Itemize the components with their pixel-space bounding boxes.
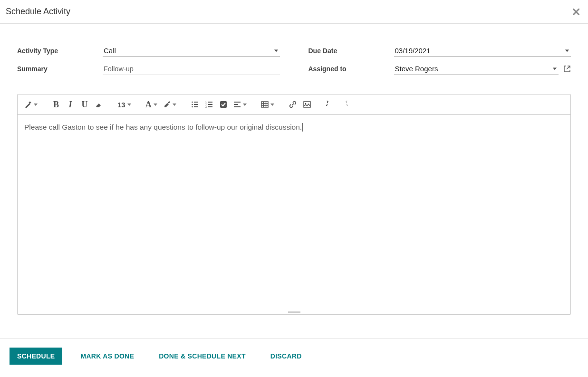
svg-rect-12 [220, 101, 227, 108]
svg-rect-1 [194, 102, 198, 103]
svg-rect-15 [234, 106, 241, 107]
svg-text:3: 3 [205, 105, 207, 108]
magic-wand-button[interactable] [21, 97, 40, 112]
unordered-list-icon [191, 101, 199, 108]
modal-footer: SCHEDULE MARK AS DONE DONE & SCHEDULE NE… [0, 339, 588, 373]
svg-rect-3 [194, 104, 198, 105]
assigned-to-label: Assigned to [308, 65, 394, 73]
text-cursor [302, 123, 303, 132]
font-color-button[interactable]: A [143, 97, 160, 112]
resize-grip-icon [288, 311, 300, 313]
align-icon [233, 101, 241, 108]
discard-button[interactable]: DISCARD [264, 348, 308, 365]
svg-point-4 [192, 106, 193, 108]
svg-rect-5 [194, 106, 198, 107]
svg-rect-14 [234, 104, 238, 105]
image-icon [303, 101, 311, 108]
chevron-down-icon [34, 104, 38, 106]
table-button[interactable] [258, 97, 277, 112]
link-icon [289, 101, 297, 108]
svg-rect-13 [234, 102, 241, 103]
close-button[interactable] [570, 9, 582, 15]
activity-type-select[interactable] [103, 45, 280, 57]
undo-button[interactable] [323, 97, 337, 112]
svg-point-22 [305, 103, 306, 104]
summary-field-wrap [103, 63, 280, 75]
form-grid: Activity Type Due Date Summary [17, 42, 571, 78]
close-icon [573, 9, 579, 15]
due-date-row: Due Date [308, 42, 571, 60]
svg-point-2 [192, 104, 193, 105]
redo-button[interactable] [337, 97, 351, 112]
unordered-list-button[interactable] [188, 97, 202, 112]
svg-rect-21 [304, 102, 310, 107]
assigned-to-select[interactable] [394, 63, 559, 75]
italic-icon: I [68, 100, 72, 110]
due-date-label: Due Date [308, 47, 394, 55]
due-date-field-wrap [394, 45, 571, 57]
external-link-icon [563, 65, 571, 73]
chevron-down-icon [127, 104, 131, 106]
magic-wand-icon [24, 101, 32, 108]
summary-row: Summary [17, 60, 280, 78]
due-date-input[interactable] [394, 45, 571, 57]
svg-rect-11 [208, 106, 212, 107]
highlight-icon [163, 101, 171, 108]
link-button[interactable] [286, 97, 300, 112]
font-size-value: 13 [117, 101, 125, 109]
undo-icon [326, 101, 334, 108]
font-icon: A [145, 100, 152, 110]
bold-button[interactable]: B [49, 97, 63, 112]
eraser-button[interactable] [92, 97, 106, 112]
eraser-icon [95, 101, 103, 108]
underline-icon: U [82, 100, 88, 110]
table-icon [261, 101, 269, 108]
chevron-down-icon [154, 104, 157, 106]
font-size-button[interactable]: 13 [115, 97, 134, 112]
ordered-list-button[interactable]: 123 [202, 97, 216, 112]
modal-title: Schedule Activity [6, 7, 70, 17]
checklist-button[interactable] [216, 97, 231, 112]
highlight-button[interactable] [160, 97, 179, 112]
summary-label: Summary [17, 65, 103, 73]
bold-icon: B [53, 100, 59, 110]
activity-type-row: Activity Type [17, 42, 280, 60]
editor-text: Please call Gaston to see if he has any … [24, 123, 302, 131]
italic-button[interactable]: I [63, 97, 77, 112]
editor-resize-handle[interactable] [18, 310, 570, 314]
chevron-down-icon [173, 104, 176, 106]
editor-content-area[interactable]: Please call Gaston to see if he has any … [18, 115, 570, 310]
chevron-down-icon [243, 104, 247, 106]
done-schedule-next-button[interactable]: DONE & SCHEDULE NEXT [152, 348, 252, 365]
chevron-down-icon [270, 104, 274, 106]
dropdown-caret-icon[interactable] [553, 68, 557, 70]
assigned-to-field-wrap [394, 63, 571, 75]
mark-as-done-button[interactable]: MARK AS DONE [74, 348, 141, 365]
dropdown-caret-icon[interactable] [565, 50, 569, 52]
modal-header: Schedule Activity [0, 0, 588, 24]
schedule-button[interactable]: SCHEDULE [10, 348, 62, 365]
svg-rect-9 [208, 104, 212, 105]
ordered-list-icon: 123 [205, 101, 213, 108]
activity-type-field-wrap [103, 45, 280, 57]
svg-point-0 [192, 102, 193, 103]
modal-body: Activity Type Due Date Summary [0, 24, 588, 320]
activity-type-label: Activity Type [17, 47, 103, 55]
svg-rect-7 [208, 102, 212, 103]
external-link-button[interactable] [563, 65, 571, 73]
checklist-icon [220, 101, 227, 108]
schedule-activity-modal: Schedule Activity Activity Type Due Date [0, 0, 588, 373]
summary-input[interactable] [103, 63, 280, 75]
editor-toolbar: B I U 13 A [18, 94, 570, 115]
underline-button[interactable]: U [77, 97, 92, 112]
svg-rect-16 [261, 102, 268, 107]
dropdown-caret-icon[interactable] [274, 50, 278, 52]
image-button[interactable] [300, 97, 314, 112]
redo-icon [340, 101, 348, 108]
assigned-to-row: Assigned to [308, 60, 571, 78]
rich-text-editor: B I U 13 A [17, 94, 571, 315]
align-button[interactable] [231, 97, 250, 112]
